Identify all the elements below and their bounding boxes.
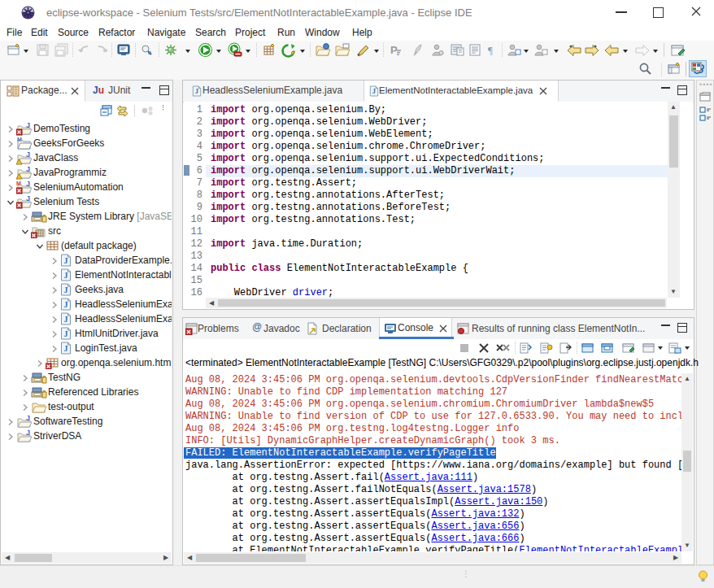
- svg-text:M: M: [16, 181, 21, 186]
- svg-text:J: J: [195, 87, 199, 95]
- svg-text:¶: ¶: [488, 44, 493, 56]
- svg-text:J: J: [26, 151, 30, 159]
- svg-text:M: M: [17, 137, 22, 142]
- svg-text:J: J: [26, 166, 30, 173]
- svg-text:P: P: [390, 44, 398, 56]
- svg-text:J: J: [64, 300, 68, 309]
- svg-text:J: J: [26, 181, 30, 188]
- svg-text:J: J: [26, 429, 30, 437]
- svg-text:J: J: [64, 315, 68, 324]
- svg-text:J: J: [64, 329, 68, 338]
- svg-text:J: J: [64, 271, 68, 280]
- svg-text:J: J: [64, 344, 68, 353]
- svg-text:J: J: [26, 415, 30, 422]
- svg-text:J: J: [26, 122, 30, 129]
- svg-text:J: J: [64, 256, 68, 265]
- svg-text:J: J: [26, 195, 30, 203]
- svg-text:J: J: [64, 285, 68, 294]
- svg-text:J: J: [372, 87, 377, 95]
